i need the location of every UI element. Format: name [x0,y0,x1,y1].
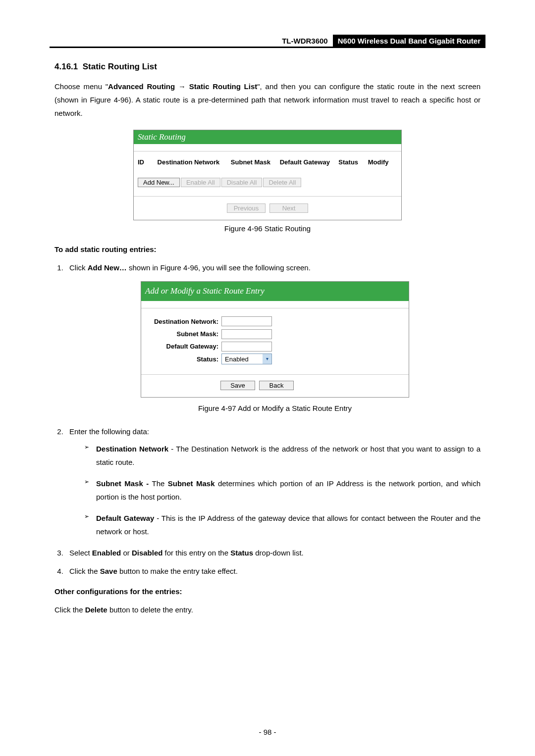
col-status: Status [338,158,368,166]
document-header: TL-WDR3600 N600 Wireless Dual Band Gigab… [50,35,485,48]
col-modify: Modify [368,158,397,166]
model-number: TL-WDR3600 [277,35,333,47]
section-heading: 4.16.1 Static Routing List [54,62,485,72]
col-mask: Subnet Mask [231,158,280,166]
delete-all-button[interactable]: Delete All [263,178,301,187]
table-header: ID Destination Network Subnet Mask Defau… [134,151,401,178]
form-row-status: Status: Enabled ▾ [141,353,409,365]
previous-button[interactable]: Previous [227,203,266,213]
destination-network-input[interactable] [221,316,272,326]
enable-all-button[interactable]: Enable All [181,178,220,187]
step-3: Select Enabled or Disabled for this entr… [65,546,481,559]
desc-dest: Destination Network - The Destination Ne… [84,442,481,469]
status-select[interactable]: Enabled ▾ [221,353,272,364]
panel-title: Static Routing [134,130,401,144]
field-descriptions: Destination Network - The Destination Ne… [69,442,481,538]
step-4: Click the Save button to make the entry … [65,564,481,578]
save-button[interactable]: Save [220,381,255,390]
table-buttons: Add New... Enable All Disable All Delete… [134,178,401,197]
page-number: - 98 - [0,728,535,736]
panel-title: Add or Modify a Static Route Entry [141,282,409,301]
step-2: Enter the following data: Destination Ne… [65,425,481,538]
status-value: Enabled [222,353,263,365]
subnet-mask-input[interactable] [221,329,272,339]
pager-buttons: Previous Next [134,197,401,220]
disable-all-button[interactable]: Disable All [221,178,263,187]
default-gateway-input[interactable] [221,342,272,352]
col-id: ID [138,158,158,166]
desc-gw: Default Gateway - This is the IP Address… [84,511,481,538]
chevron-down-icon: ▾ [263,354,271,364]
label-status: Status: [145,353,221,365]
add-modify-panel: Add or Modify a Static Route Entry Desti… [141,281,409,398]
other-config-text: Click the Delete button to delete the en… [54,603,481,616]
static-routing-panel: Static Routing ID Destination Network Su… [133,130,402,220]
product-name: N600 Wireless Dual Band Gigabit Router [333,35,485,47]
figure-caption-97: Figure 4-97 Add or Modify a Static Route… [69,402,481,415]
label-gw: Default Gateway: [145,341,221,352]
save-back-row: Save Back [141,374,409,397]
col-gw: Default Gateway [280,158,339,166]
label-dest: Destination Network: [145,316,221,327]
add-new-button[interactable]: Add New... [138,178,180,187]
desc-mask: Subnet Mask - The Subnet Mask determines… [84,477,481,504]
form-row-gw: Default Gateway: [141,340,409,353]
other-config-heading: Other configurations for the entries: [54,585,481,598]
intro-paragraph: Choose menu "Advanced Routing → Static R… [54,80,481,120]
figure-caption-96: Figure 4-96 Static Routing [50,224,485,233]
label-mask: Subnet Mask: [145,328,221,340]
next-button[interactable]: Next [269,203,308,213]
form-row-mask: Subnet Mask: [141,328,409,340]
step-1: Click Add New… shown in Figure 4-96, you… [65,261,481,415]
back-button[interactable]: Back [259,381,294,390]
steps-list: Click Add New… shown in Figure 4-96, you… [54,261,481,578]
add-entries-heading: To add static routing entries: [54,243,481,256]
form-row-dest: Destination Network: [141,315,409,328]
col-dest: Destination Network [158,158,231,166]
